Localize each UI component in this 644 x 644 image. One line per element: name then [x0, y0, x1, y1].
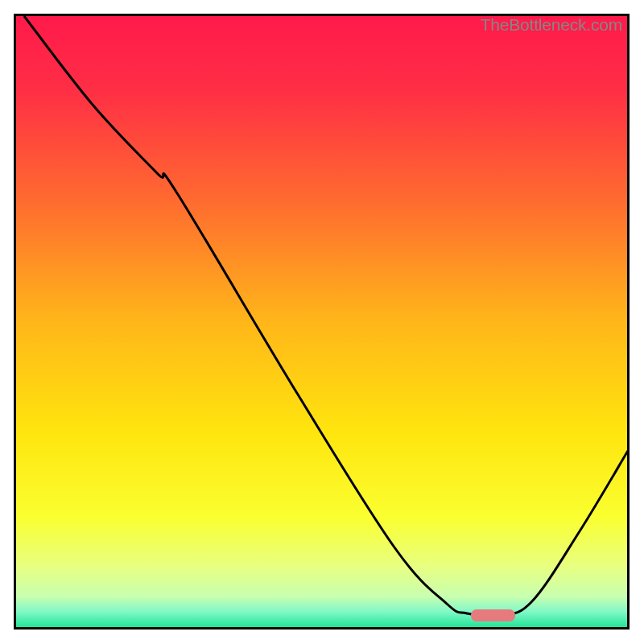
watermark-text: TheBottleneck.com	[481, 15, 622, 35]
chart-frame: TheBottleneck.com	[14, 14, 630, 630]
optimum-marker	[471, 609, 515, 621]
chart-canvas	[16, 16, 627, 627]
gradient-background	[16, 16, 627, 627]
